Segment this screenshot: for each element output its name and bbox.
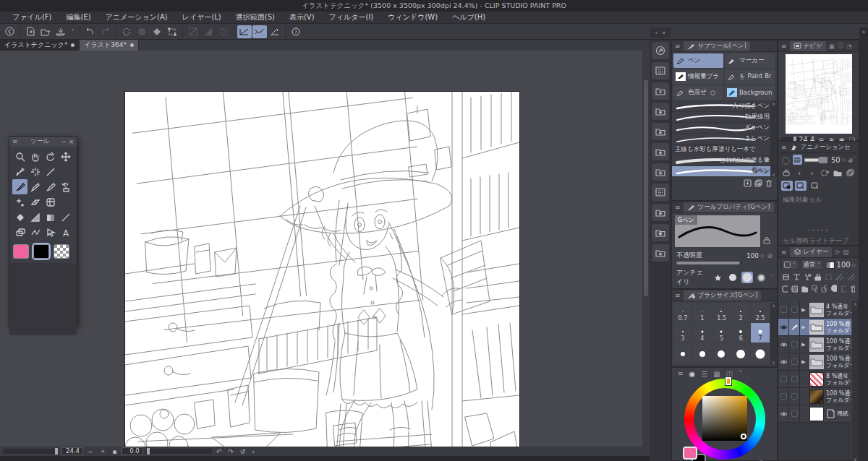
- size-cell[interactable]: [673, 343, 692, 363]
- main-color-swatch[interactable]: [683, 447, 697, 460]
- zoom-value[interactable]: 24.4: [61, 447, 83, 455]
- menu-file[interactable]: ファイル(F): [6, 12, 59, 23]
- right-dock-edge[interactable]: »: [859, 27, 868, 461]
- main-color-swatch[interactable]: [13, 244, 29, 259]
- reset-rotation-button[interactable]: ↺: [238, 448, 248, 455]
- delete-subtool-icon[interactable]: [765, 179, 773, 187]
- group-tab-marker[interactable]: マーカー: [725, 53, 775, 68]
- layer-row-paper[interactable]: 用紙: [778, 405, 851, 423]
- new-cel-icon[interactable]: [820, 168, 830, 178]
- color-slider-tab[interactable]: ☰: [701, 370, 707, 378]
- cel-circle-icon[interactable]: ◯: [781, 155, 791, 165]
- material-star-folder-icon[interactable]: [652, 123, 669, 140]
- clip-at-layer-icon[interactable]: [782, 273, 789, 281]
- eye-icon[interactable]: [780, 342, 788, 348]
- reselect-button[interactable]: [135, 25, 149, 38]
- redo-button[interactable]: [98, 25, 113, 38]
- zoom-slider[interactable]: [3, 449, 59, 454]
- size-cell[interactable]: [731, 343, 750, 363]
- move-tool[interactable]: [58, 149, 73, 164]
- material-download-folder-icon[interactable]: [652, 82, 669, 100]
- drawing-canvas[interactable]: [125, 92, 519, 456]
- material-heart-folder-icon[interactable]: [652, 224, 669, 241]
- snap-special-ruler-button[interactable]: [252, 25, 267, 38]
- onion-opacity-slider[interactable]: [804, 155, 829, 165]
- zoom-out-button[interactable]: −: [85, 448, 95, 455]
- eye-icon[interactable]: [780, 411, 788, 417]
- help-button[interactable]: ?: [289, 25, 303, 38]
- brush-list-scrollbar[interactable]: ∧∨: [770, 101, 777, 177]
- layer-row[interactable]: ▶ 100 %通常フォルダー 4: [778, 336, 851, 353]
- group-tab-info-brush[interactable]: 情報量ブラ: [673, 69, 723, 84]
- group-tab-pen[interactable]: ペン: [673, 53, 723, 68]
- brush-item[interactable]: これだけで塗る筆: [672, 155, 777, 166]
- brush-size-scrollbar[interactable]: ∧∨: [770, 303, 777, 365]
- blend-mode-combo[interactable]: 通常˅: [801, 259, 824, 270]
- menu-animation[interactable]: アニメーション(A): [99, 12, 174, 23]
- fill-solid-icon[interactable]: [830, 284, 836, 293]
- new-folder-icon[interactable]: [801, 285, 808, 293]
- quick-access-icon[interactable]: [652, 42, 669, 59]
- deselect-button[interactable]: [119, 25, 134, 38]
- size-cell[interactable]: 3: [673, 323, 692, 342]
- rotate-ccw-button[interactable]: ↶: [214, 448, 224, 455]
- opacity-slider[interactable]: [676, 262, 741, 264]
- tool-palette-minimize[interactable]: ─: [62, 138, 66, 145]
- sub-color-swatch[interactable]: [33, 244, 49, 259]
- cel-copy-icon[interactable]: [845, 168, 856, 178]
- size-cell-selected[interactable]: 7: [751, 323, 770, 342]
- layer-property-tab-icon[interactable]: ⟳: [835, 249, 840, 256]
- ruler-layer-icon[interactable]: [835, 273, 843, 281]
- subtool-menu-icon[interactable]: ≡: [675, 43, 681, 50]
- animation-menu-icon[interactable]: ≡: [781, 144, 787, 151]
- brush-tool[interactable]: [43, 179, 58, 194]
- eyedropper-tool[interactable]: [43, 164, 58, 179]
- menu-view[interactable]: 表示(V): [283, 12, 321, 23]
- menu-window[interactable]: ウィンドウ(W): [381, 12, 444, 23]
- canvas-tab-active[interactable]: イラストテクニック*: [0, 40, 80, 51]
- new-file-button[interactable]: [23, 25, 38, 38]
- navigator-menu-icon[interactable]: ≡: [781, 43, 787, 50]
- text-tool[interactable]: A: [58, 225, 73, 240]
- brush-size-menu-icon[interactable]: ≡: [675, 292, 681, 299]
- open-file-button[interactable]: [38, 25, 53, 38]
- fill-tool[interactable]: [12, 210, 27, 225]
- canvas-tab-2[interactable]: イラスト364*: [80, 40, 139, 51]
- merge-down-icon[interactable]: [821, 285, 827, 293]
- lock-icon[interactable]: [763, 236, 770, 246]
- light-table-tool-icon[interactable]: [781, 181, 793, 191]
- select-tool[interactable]: [43, 225, 58, 240]
- onion-color-icon[interactable]: ◕˅: [848, 157, 856, 163]
- rotation-slider[interactable]: [145, 449, 212, 454]
- brush-item[interactable]: 主線も水彩も厚塗りも一本で: [672, 145, 777, 155]
- gradient-tool[interactable]: [27, 210, 43, 225]
- rotation-value[interactable]: 0.0: [122, 447, 143, 455]
- group-tab-paint-brush[interactable]: を Paint Br: [725, 69, 775, 84]
- draft-layer-icon[interactable]: [847, 273, 855, 281]
- rotate-cw-button[interactable]: ↷: [226, 448, 236, 455]
- next-cel-icon[interactable]: ›: [807, 168, 817, 178]
- gradient-map-tool[interactable]: [43, 210, 58, 225]
- size-cell[interactable]: 4: [693, 323, 712, 342]
- save-button[interactable]: [54, 25, 68, 38]
- lock-transparent-icon[interactable]: [793, 273, 800, 281]
- ruler-box-button[interactable]: [216, 25, 231, 38]
- panel-splitter[interactable]: •••••: [778, 228, 859, 233]
- size-cell[interactable]: [693, 343, 712, 363]
- brush-size-tab[interactable]: ブラシサイズ[Gペン]: [684, 290, 762, 301]
- color-history-tab[interactable]: ◫: [726, 370, 733, 378]
- tool-property-menu-icon[interactable]: ≡: [675, 204, 681, 211]
- menu-filter[interactable]: フィルター(I): [323, 12, 380, 23]
- layer-row-selected[interactable]: ▶ 100 %通常フォルダー 1: [778, 319, 851, 336]
- new-raster-layer-icon[interactable]: [782, 285, 788, 293]
- size-cell[interactable]: [751, 343, 770, 363]
- color-wheel[interactable]: [680, 380, 770, 461]
- save-dropdown[interactable]: ˅: [69, 28, 77, 35]
- material-star-folder-icon[interactable]: [652, 244, 669, 262]
- color-set-tab[interactable]: ▦: [713, 370, 720, 378]
- size-cell[interactable]: 5: [712, 323, 731, 342]
- line-tool[interactable]: [58, 210, 73, 225]
- pen-tool[interactable]: [12, 179, 27, 194]
- copy-layer-icon[interactable]: [841, 285, 846, 293]
- sv-marker[interactable]: [741, 434, 746, 439]
